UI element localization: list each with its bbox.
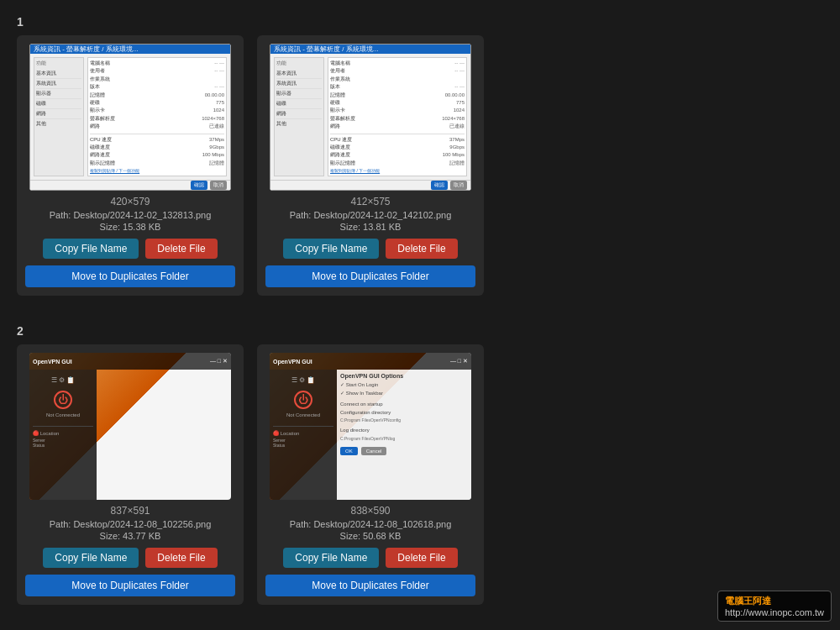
copy-button-1a[interactable]: Copy File Name xyxy=(43,239,139,259)
card-btn-row-1a: Copy File NameDelete File xyxy=(43,239,217,259)
group-row-2: OpenVPN GUI — □ ✕ ☰ ⚙ 📋 ⏻ Not Connected … xyxy=(17,344,823,605)
card-dimensions-1a: 420×579 xyxy=(110,196,150,207)
card-btn-row-2b: Copy File NameDelete File xyxy=(283,548,457,568)
card-dimensions-1b: 412×575 xyxy=(350,196,390,207)
move-button-1a[interactable]: Move to Duplicates Folder xyxy=(25,265,235,287)
group-2: 2 OpenVPN GUI — □ ✕ ☰ ⚙ 📋 ⏻ Not Connecte… xyxy=(17,318,823,612)
main-container: 1 系統資訊 - 螢幕解析度 / 系統環境... 功能 基本資訊 系統資訊 顯示… xyxy=(0,0,840,630)
delete-button-2b[interactable]: Delete File xyxy=(386,548,457,568)
card-image-1b: 系統資訊 - 螢幕解析度 / 系統環境... 功能 基本資訊 系統資訊 顯示器 … xyxy=(270,44,471,191)
card-size-1a: Size: 15.38 KB xyxy=(100,222,161,232)
watermark-label: 電腦王阿達 xyxy=(725,596,771,606)
delete-button-2a[interactable]: Delete File xyxy=(145,548,217,568)
card-image-1a: 系統資訊 - 螢幕解析度 / 系統環境... 功能 基本資訊 系統資訊 顯示器 … xyxy=(29,44,231,191)
delete-button-1a[interactable]: Delete File xyxy=(145,239,217,259)
card-image-2b: OpenVPN GUI — □ ✕ ☰ ⚙ 📋 ⏻ Not Connected … xyxy=(270,353,471,500)
card-size-2b: Size: 50.68 KB xyxy=(340,531,402,541)
delete-button-1b[interactable]: Delete File xyxy=(386,239,457,259)
move-button-2a[interactable]: Move to Duplicates Folder xyxy=(25,575,235,596)
group-number-1: 1 xyxy=(17,15,823,29)
copy-button-2a[interactable]: Copy File Name xyxy=(43,548,139,568)
watermark-url: http://www.inopc.com.tw xyxy=(725,607,824,617)
watermark: 電腦王阿達 http://www.inopc.com.tw xyxy=(717,591,832,622)
group-3: 3 Gigabyte Technology Co., Ltd. Z890 AOR… xyxy=(17,627,823,630)
card-path-2a: Path: Desktop/2024-12-08_102256.png xyxy=(50,519,212,529)
group-1: 1 系統資訊 - 螢幕解析度 / 系統環境... 功能 基本資訊 系統資訊 顯示… xyxy=(17,8,823,302)
card-path-1b: Path: Desktop/2024-12-02_142102.png xyxy=(290,210,452,220)
card-dimensions-2a: 837×591 xyxy=(110,505,150,517)
card-2a: OpenVPN GUI — □ ✕ ☰ ⚙ 📋 ⏻ Not Connected … xyxy=(17,344,244,605)
card-2b: OpenVPN GUI — □ ✕ ☰ ⚙ 📋 ⏻ Not Connected … xyxy=(257,344,484,605)
card-size-2a: Size: 43.77 KB xyxy=(100,531,161,541)
card-dimensions-2b: 838×590 xyxy=(350,505,390,517)
card-1a: 系統資訊 - 螢幕解析度 / 系統環境... 功能 基本資訊 系統資訊 顯示器 … xyxy=(17,35,244,296)
card-btn-row-1b: Copy File NameDelete File xyxy=(283,239,457,259)
card-1b: 系統資訊 - 螢幕解析度 / 系統環境... 功能 基本資訊 系統資訊 顯示器 … xyxy=(257,35,484,296)
group-number-2: 2 xyxy=(17,324,823,338)
card-image-2a: OpenVPN GUI — □ ✕ ☰ ⚙ 📋 ⏻ Not Connected … xyxy=(29,353,231,500)
card-path-2b: Path: Desktop/2024-12-08_102618.png xyxy=(290,519,452,529)
copy-button-1b[interactable]: Copy File Name xyxy=(283,239,379,259)
card-size-1b: Size: 13.81 KB xyxy=(340,222,402,232)
move-button-1b[interactable]: Move to Duplicates Folder xyxy=(265,265,475,287)
card-path-1a: Path: Desktop/2024-12-02_132813.png xyxy=(50,210,212,220)
card-btn-row-2a: Copy File NameDelete File xyxy=(43,548,217,568)
move-button-2b[interactable]: Move to Duplicates Folder xyxy=(265,575,475,596)
group-row-1: 系統資訊 - 螢幕解析度 / 系統環境... 功能 基本資訊 系統資訊 顯示器 … xyxy=(17,35,823,296)
copy-button-2b[interactable]: Copy File Name xyxy=(283,548,379,568)
